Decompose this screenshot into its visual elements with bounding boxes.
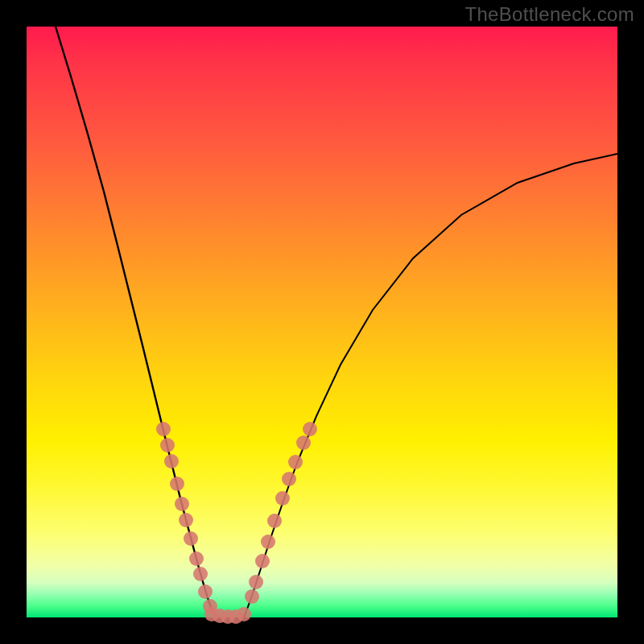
data-marker: [198, 584, 213, 599]
marker-group: [156, 422, 317, 624]
data-marker: [179, 513, 193, 527]
data-marker: [288, 455, 303, 469]
data-marker: [267, 514, 282, 528]
data-marker: [282, 472, 296, 486]
data-marker: [245, 589, 259, 604]
data-marker: [237, 607, 251, 621]
curve-right: [244, 154, 617, 617]
data-marker: [184, 531, 198, 546]
data-marker: [261, 535, 275, 549]
data-marker: [255, 554, 270, 568]
data-marker: [296, 436, 311, 450]
watermark-text: TheBottleneck.com: [464, 3, 634, 26]
data-marker: [175, 497, 189, 511]
data-marker: [275, 491, 290, 506]
data-marker: [156, 422, 171, 436]
data-marker: [160, 438, 175, 452]
data-marker: [170, 477, 184, 491]
data-marker: [193, 567, 208, 581]
data-marker: [164, 454, 179, 469]
data-marker: [249, 575, 263, 589]
chart-svg: [27, 27, 617, 617]
curve-left: [56, 27, 217, 617]
outer-frame: TheBottleneck.com: [0, 0, 644, 644]
data-marker: [303, 422, 317, 436]
data-marker: [189, 551, 204, 566]
